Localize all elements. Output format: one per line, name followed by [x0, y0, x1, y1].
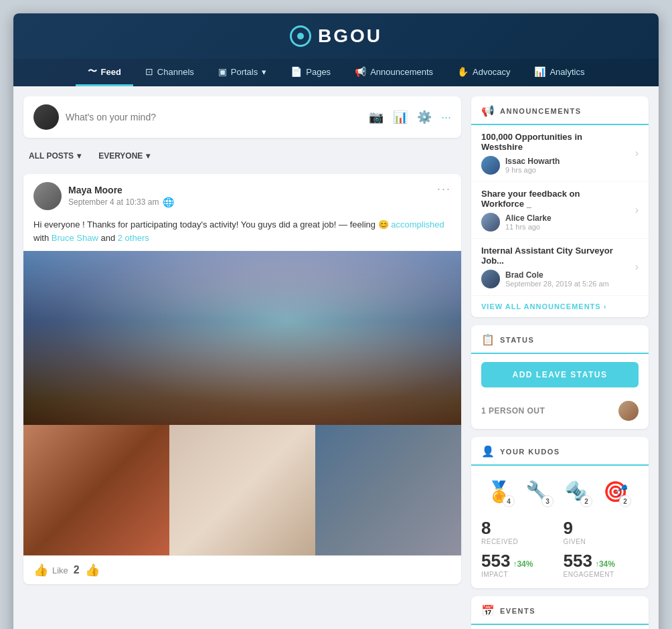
audience-filter[interactable]: EVERYONE ▾ [93, 149, 155, 163]
kudos-impact: 553 ↑34% IMPACT [481, 552, 557, 578]
feed-column: 📷 📊 ⚙️ ··· ALL POSTS ▾ EVERYONE ▾ [13, 86, 471, 629]
person-out-avatar [618, 401, 639, 421]
analytics-icon: 📊 [534, 66, 545, 77]
announcement-meta-0: Issac Howarth 9 hrs ago [481, 156, 639, 175]
post-author-name: Maya Moore [68, 185, 174, 195]
announcement-meta-1: Alice Clarke 11 hrs ago [481, 213, 639, 232]
announcements-card: 📢 ANNOUNCEMENTS 100,000 Opportunities in… [471, 96, 649, 317]
post-more-button[interactable]: ··· [437, 182, 451, 196]
kudos-stats: 8 RECEIVED 9 GIVEN 553 ↑34% IMPACT [471, 514, 649, 588]
main-nav: 〜 Feed ⊡ Channels ▣ Portals ▾ 📄 Pages 📢 … [13, 59, 659, 86]
view-all-chevron: › [604, 302, 607, 310]
main-layout: 📷 📊 ⚙️ ··· ALL POSTS ▾ EVERYONE ▾ [13, 86, 659, 629]
person-out-row: 1 PERSON OUT [471, 395, 649, 429]
nav-pages[interactable]: 📄 Pages [278, 59, 343, 86]
kudos-engagement-row: 553 ↑34% [564, 552, 639, 569]
announcement-author-block-1: Alice Clarke 11 hrs ago [505, 213, 552, 231]
post-thumb-3 [315, 425, 461, 555]
status-header: 📋 STATUS [471, 325, 649, 354]
post-footer: 👍 Like 2 👍 [23, 555, 461, 584]
post-thumb-2 [169, 425, 315, 555]
post-avatar [33, 182, 62, 210]
status-section-icon: 📋 [481, 333, 495, 346]
chart-icon[interactable]: 📊 [393, 110, 408, 124]
chevron-right-icon-0: › [635, 147, 639, 159]
kudos-count-2: 2 [580, 495, 592, 507]
portals-icon: ▣ [218, 66, 227, 77]
kudos-section-icon: 👤 [481, 445, 495, 458]
filter-bar: ALL POSTS ▾ EVERYONE ▾ [23, 146, 461, 166]
kudos-count-0: 4 [503, 495, 515, 507]
camera-icon[interactable]: 📷 [369, 110, 384, 124]
channels-icon: ⊡ [145, 66, 153, 77]
thumbs-up-icon: 👍 [33, 563, 48, 577]
kudos-badges: 🏅 4 🔧 3 🔩 2 🎯 2 [471, 466, 649, 514]
announcement-author-block-0: Issac Howarth 9 hrs ago [505, 157, 560, 174]
announcement-item-0[interactable]: 100,000 Opportunities in Westshire Issac… [471, 125, 649, 182]
others-link[interactable]: 2 others [118, 233, 149, 243]
announcement-avatar-1 [481, 213, 500, 232]
events-section-icon: 📅 [481, 604, 495, 617]
status-card: 📋 STATUS ADD LEAVE STATUS 1 PERSON OUT [471, 325, 649, 429]
post-main-image [23, 251, 461, 425]
post-card: Maya Moore September 4 at 10:33 am 🌐 ···… [23, 174, 461, 584]
announcement-author-block-2: Brad Cole September 28, 2019 at 5:26 am [505, 270, 609, 288]
post-thumb-1 [23, 425, 169, 555]
chevron-right-icon-1: › [635, 204, 639, 216]
settings-icon[interactable]: ⚙️ [417, 110, 432, 124]
advocacy-icon: ✋ [457, 66, 469, 77]
chevron-right-icon-2: › [635, 261, 639, 273]
more-icon[interactable]: ··· [441, 110, 451, 124]
events-header: 📅 EVENTS [471, 596, 649, 625]
like-button[interactable]: 👍 Like [33, 563, 68, 577]
post-content: Hi everyone ! Thanks for participating t… [23, 218, 461, 251]
post-images [23, 251, 461, 555]
nav-feed[interactable]: 〜 Feed [76, 59, 133, 86]
view-all-announcements[interactable]: VIEW ALL ANNOUNCEMENTS › [471, 296, 649, 317]
app-container: BGOU 〜 Feed ⊡ Channels ▣ Portals ▾ 📄 Pag… [13, 13, 659, 629]
header: BGOU 〜 Feed ⊡ Channels ▣ Portals ▾ 📄 Pag… [13, 13, 659, 86]
like-count: 2 [74, 564, 80, 576]
announcement-item-1[interactable]: Share your feedback on Workforce _ Alice… [471, 182, 649, 239]
announcement-item-2[interactable]: Internal Assistant City Surveyor Job... … [471, 239, 649, 296]
events-card: 📅 EVENTS Girls Firecamp [471, 596, 649, 629]
kudos-count-3: 2 [619, 495, 631, 507]
logo-icon [290, 25, 311, 47]
posts-filter[interactable]: ALL POSTS ▾ [23, 149, 86, 163]
kudos-received: 8 RECEIVED [481, 519, 557, 545]
kudos-badge-1: 🔧 3 [520, 474, 555, 509]
posts-filter-chevron: ▾ [77, 151, 81, 161]
nav-advocacy[interactable]: ✋ Advocacy [445, 59, 522, 86]
announcements-section-icon: 📢 [481, 104, 495, 117]
announcements-header: 📢 ANNOUNCEMENTS [471, 96, 649, 125]
globe-icon: 🌐 [163, 197, 174, 207]
compose-box: 📷 📊 ⚙️ ··· [23, 96, 461, 138]
compose-avatar [33, 104, 59, 130]
sidebar: 📢 ANNOUNCEMENTS 100,000 Opportunities in… [471, 86, 659, 629]
compose-actions: 📷 📊 ⚙️ ··· [369, 110, 451, 124]
portals-dropdown-icon: ▾ [262, 67, 266, 77]
compose-avatar-img [33, 104, 59, 130]
add-leave-status-button[interactable]: ADD LEAVE STATUS [481, 362, 639, 387]
post-author-info: Maya Moore September 4 at 10:33 am 🌐 [33, 182, 174, 210]
thumbs-up-icon-2: 👍 [85, 563, 100, 577]
feeling-accomplished-link[interactable]: accomplished [391, 219, 444, 230]
kudos-badge-0: 🏅 4 [481, 474, 516, 509]
events-preview[interactable]: Girls Firecamp [471, 625, 649, 629]
post-header: Maya Moore September 4 at 10:33 am 🌐 ··· [23, 174, 461, 218]
compose-input[interactable] [66, 112, 362, 122]
nav-analytics[interactable]: 📊 Analytics [522, 59, 596, 86]
feed-icon: 〜 [88, 66, 97, 78]
nav-channels[interactable]: ⊡ Channels [133, 59, 206, 86]
brand: BGOU [13, 25, 659, 47]
kudos-card: 👤 YOUR KUDOS 🏅 4 🔧 3 🔩 2 [471, 437, 649, 588]
kudos-count-1: 3 [541, 495, 554, 507]
nav-portals[interactable]: ▣ Portals ▾ [206, 59, 278, 86]
post-image-grid [23, 425, 461, 555]
announcements-icon: 📢 [355, 66, 366, 77]
app-title: BGOU [318, 25, 382, 47]
audience-filter-chevron: ▾ [146, 151, 150, 161]
tagged-user-link[interactable]: Bruce Shaw [52, 233, 98, 243]
nav-announcements[interactable]: 📢 Announcements [343, 59, 445, 86]
kudos-header: 👤 YOUR KUDOS [471, 437, 649, 466]
